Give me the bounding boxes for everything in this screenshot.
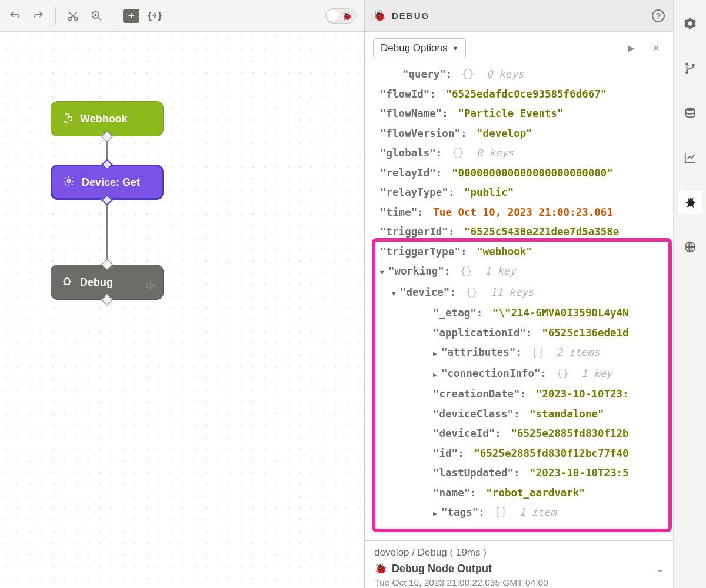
bug-icon: 🐞: [373, 9, 386, 22]
svg-point-6: [685, 71, 688, 74]
node-debug-label: Debug: [80, 276, 113, 289]
settings-tab[interactable]: [678, 12, 702, 35]
globe-tab[interactable]: [678, 235, 702, 259]
node-webhook-label: Webhook: [80, 113, 128, 125]
debug-output-tree[interactable]: "query": {} 0 keys "flowId": "6525edafdc…: [365, 65, 673, 540]
cut-button[interactable]: [63, 6, 83, 26]
debug-options-dropdown[interactable]: Debug Options ▼: [373, 38, 466, 58]
flow-canvas[interactable]: Webhook Device: Get Debug: [0, 32, 364, 588]
add-comment-button[interactable]: ＋: [121, 6, 141, 26]
svg-point-8: [685, 108, 694, 111]
debug-options-label: Debug Options: [381, 42, 447, 54]
debug-footer[interactable]: develop / Debug ( 19ms ) 🐞Debug Node Out…: [365, 540, 673, 588]
help-button[interactable]: ?: [652, 9, 665, 22]
svg-point-3: [68, 179, 71, 182]
right-rail: [673, 0, 706, 588]
caret-down-icon[interactable]: ▼: [380, 263, 388, 283]
svg-point-7: [692, 64, 695, 66]
caret-right-icon[interactable]: ▶: [433, 365, 441, 385]
caret-down-icon[interactable]: ▼: [392, 284, 400, 304]
chart-tab[interactable]: [678, 146, 702, 169]
footer-path: develop / Debug ( 19ms ): [374, 547, 487, 559]
debug-tab[interactable]: [678, 191, 702, 214]
footer-title: Debug Node Output: [392, 563, 492, 575]
bug-icon: [61, 275, 73, 290]
debug-panel-title: DEBUG: [392, 11, 429, 21]
play-button[interactable]: ▶: [623, 41, 640, 56]
zoom-in-button[interactable]: [86, 6, 106, 26]
svg-point-5: [685, 62, 688, 65]
code-braces-button[interactable]: {༶}: [145, 6, 165, 26]
close-button[interactable]: ✕: [648, 41, 665, 56]
caret-right-icon[interactable]: ▶: [433, 344, 441, 364]
footer-timestamp: Tue Oct 10, 2023 21:00:22.035 GMT-04:00: [374, 577, 664, 588]
debug-panel-header: 🐞 DEBUG ?: [365, 0, 673, 32]
bug-icon: 🐞: [374, 562, 387, 575]
branch-tab[interactable]: [678, 56, 702, 80]
canvas-toolbar: ＋ {༶} 🐞: [0, 0, 364, 32]
undo-button[interactable]: [5, 6, 25, 26]
node-device-label: Device: Get: [82, 176, 140, 189]
gear-icon: [63, 175, 75, 190]
speaker-icon: [145, 280, 155, 294]
chevron-down-icon: ▼: [452, 45, 458, 52]
debug-toggle[interactable]: 🐞: [325, 8, 356, 24]
redo-button[interactable]: [28, 6, 48, 26]
database-tab[interactable]: [678, 101, 702, 125]
chevron-down-icon[interactable]: ⌄: [656, 563, 664, 574]
webhook-icon: [61, 112, 73, 126]
caret-right-icon[interactable]: ▶: [433, 504, 441, 524]
